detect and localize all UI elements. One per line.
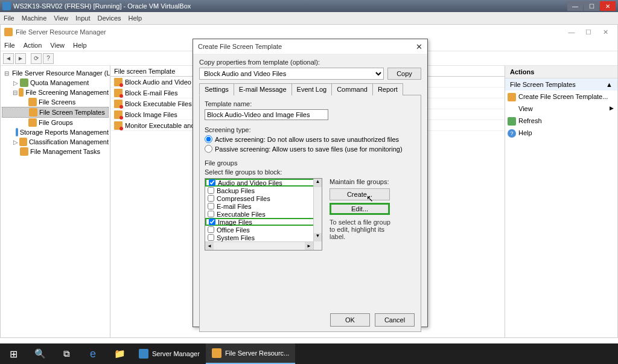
vm-menu-file[interactable]: File (4, 14, 14, 22)
vm-menubar: File Machine View Input Devices Help (0, 12, 618, 24)
tab-eventlog[interactable]: Event Log (291, 83, 333, 95)
fsrm-close[interactable]: ✕ (597, 28, 614, 36)
action-create-template[interactable]: Create File Screen Template... (505, 91, 617, 103)
vm-titlebar: WS2K19-SRV02 (FRESH) [Running] - Oracle … (0, 0, 618, 12)
tree-fsm[interactable]: ⊟File Screening Management (2, 88, 109, 97)
fsrm-task-icon (212, 348, 221, 358)
actions-header: Actions (505, 66, 617, 78)
template-icon (114, 121, 123, 130)
action-refresh[interactable]: Refresh (505, 115, 617, 127)
fg-item-email[interactable]: E-mail Files (205, 202, 322, 210)
filegroups-label: File groups (205, 159, 416, 167)
tree-storage-reports[interactable]: Storage Reports Management (2, 127, 109, 137)
start-button[interactable]: ⊞ (0, 343, 27, 364)
tree-pane: ⊟File Server Resource Manager (Local) ▷Q… (1, 66, 110, 337)
template-icon (114, 100, 123, 108)
template-icon (114, 110, 123, 119)
filegroups-listbox[interactable]: Audio and Video Files Backup Files Compr… (205, 178, 322, 251)
toolbar-help[interactable]: ? (43, 53, 54, 64)
taskbar-fsrm[interactable]: File Server Resourc... (206, 343, 295, 364)
actions-pane: Actions File Screen Templates▲ Create Fi… (505, 66, 617, 337)
screening-type-label: Screening type: (205, 126, 416, 133)
fsrm-minimize[interactable]: — (563, 28, 580, 36)
tab-command[interactable]: Command (331, 83, 373, 95)
collapse-icon: ▲ (606, 81, 613, 88)
copy-label: Copy properties from template (optional)… (199, 59, 421, 66)
vm-menu-machine[interactable]: Machine (22, 14, 47, 22)
fsrm-menu-file[interactable]: File (4, 42, 15, 49)
tabs: Settings E-mail Message Event Log Comman… (199, 83, 421, 95)
copy-template-select[interactable]: Block Audio and Video Files (199, 68, 384, 80)
actions-section[interactable]: File Screen Templates▲ (505, 78, 617, 91)
create-filegroup-button[interactable]: Create... (330, 188, 390, 200)
taskbar-server-manager[interactable]: Server Manager (133, 343, 206, 364)
active-screening-radio[interactable]: Active screening: Do not allow users to … (205, 135, 416, 143)
vm-menu-devices[interactable]: Devices (97, 14, 121, 22)
toolbar-back[interactable]: ◄ (3, 53, 14, 64)
dialog-titlebar: Create File Screen Template ✕ (193, 39, 427, 54)
vm-minimize-button[interactable]: — (567, 1, 583, 11)
view-icon (508, 105, 516, 113)
fg-item-system[interactable]: System Files (205, 234, 322, 241)
fg-item-executable[interactable]: Executable Files (205, 210, 322, 218)
copy-button[interactable]: Copy (387, 68, 421, 80)
passive-screening-radio[interactable]: Passive screening: Allow users to save f… (205, 145, 416, 153)
tab-email[interactable]: E-mail Message (234, 83, 292, 95)
fsrm-app-icon (4, 28, 13, 36)
fg-item-compressed[interactable]: Compressed Files (205, 194, 322, 202)
vm-close-button[interactable]: ✕ (600, 1, 616, 11)
maintain-note: To select a file group to edit, highligh… (330, 219, 396, 240)
action-help[interactable]: ?Help (505, 127, 617, 139)
virtualbox-icon (2, 2, 11, 10)
vm-menu-help[interactable]: Help (129, 14, 142, 22)
toolbar-refresh[interactable]: ⟳ (31, 53, 42, 64)
tree-root[interactable]: ⊟File Server Resource Manager (Local) (2, 68, 109, 78)
task-view-button[interactable]: ⧉ (53, 343, 80, 364)
fsrm-menu-view[interactable]: View (50, 42, 65, 49)
fsrm-title-text: File Server Resource Manager (16, 28, 106, 36)
maintain-label: Maintain file groups: (330, 178, 416, 185)
edit-filegroup-button[interactable]: Edit... (330, 203, 390, 215)
fsrm-maximize[interactable]: ☐ (580, 28, 597, 36)
new-icon (508, 93, 516, 101)
template-name-input[interactable] (205, 109, 328, 120)
search-button[interactable]: 🔍 (27, 343, 53, 364)
server-manager-icon (139, 349, 148, 359)
help-icon: ? (508, 129, 516, 138)
cancel-button[interactable]: Cancel (375, 313, 415, 327)
tree-file-mgmt-tasks[interactable]: File Management Tasks (2, 147, 109, 156)
fg-item-image[interactable]: Image Files (205, 218, 322, 226)
fg-item-office[interactable]: Office Files (205, 226, 322, 234)
vm-maximize-button[interactable]: ☐ (584, 1, 599, 11)
dialog-close-button[interactable]: ✕ (416, 42, 422, 51)
fg-item-backup[interactable]: Backup Files (205, 187, 322, 194)
select-filegroups-label: Select file groups to block: (205, 168, 416, 176)
tree-quota[interactable]: ▷Quota Management (2, 78, 109, 88)
ie-button[interactable]: e (80, 343, 106, 364)
template-name-label: Template name: (205, 100, 416, 107)
vm-menu-view[interactable]: View (54, 14, 68, 22)
ie-icon: e (90, 348, 96, 360)
taskbar: ⊞ 🔍 ⧉ e 📁 Server Manager File Server Res… (0, 343, 618, 364)
dialog-title: Create File Screen Template (198, 43, 282, 50)
tree-filescreens[interactable]: File Screens (2, 97, 109, 107)
fg-item-audio-video[interactable]: Audio and Video Files (205, 179, 322, 187)
tab-report[interactable]: Report (372, 83, 403, 95)
fg-hscrollbar[interactable]: ◄► (205, 241, 313, 250)
fsrm-titlebar: File Server Resource Manager —☐✕ (1, 25, 617, 39)
tree-filegroups[interactable]: File Groups (2, 118, 109, 127)
tab-settings[interactable]: Settings (199, 83, 234, 95)
fsrm-menu-action[interactable]: Action (24, 42, 42, 49)
fsrm-menu-help[interactable]: Help (73, 42, 87, 49)
explorer-button[interactable]: 📁 (106, 343, 133, 364)
ok-button[interactable]: OK (330, 313, 370, 327)
action-view[interactable]: View (505, 103, 617, 115)
toolbar-fwd[interactable]: ► (15, 53, 26, 64)
template-icon (114, 89, 123, 97)
tree-classification[interactable]: ▷Classification Management (2, 137, 109, 147)
fg-vscrollbar[interactable]: ▲▼ (313, 179, 322, 250)
vm-menu-input[interactable]: Input (75, 14, 90, 22)
tree-filescreen-templates[interactable]: File Screen Templates (2, 107, 109, 118)
template-icon (114, 78, 123, 86)
vm-title: WS2K19-SRV02 (FRESH) [Running] - Oracle … (13, 2, 567, 10)
